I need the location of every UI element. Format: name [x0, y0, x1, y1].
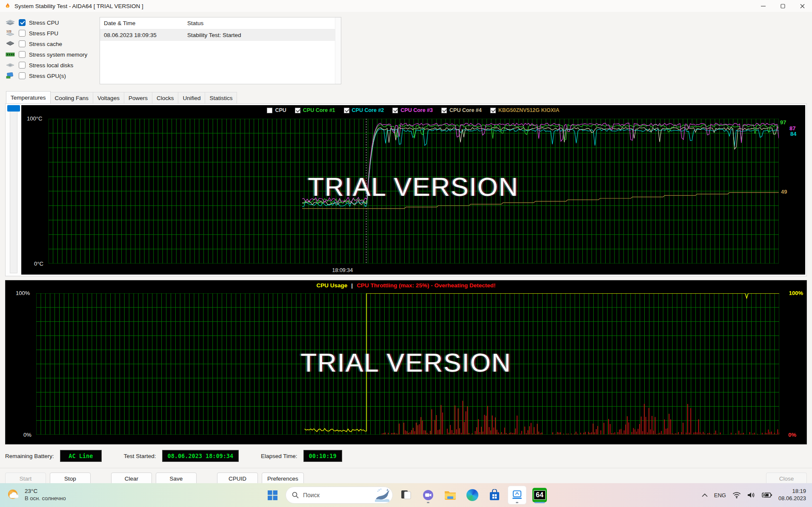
taskbar-center: Поиск	[263, 486, 549, 504]
stress-disks-label: Stress local disks	[29, 62, 73, 69]
stress-memory-checkbox[interactable]	[19, 51, 26, 58]
current-value-84: 84	[790, 131, 796, 137]
stress-cache-checkbox[interactable]	[19, 40, 26, 47]
stress-memory-option[interactable]: Stress system memory	[5, 51, 94, 58]
event-status: Stability Test: Started	[186, 32, 341, 38]
table-scrollbar[interactable]	[335, 17, 341, 84]
tab-voltages[interactable]: Voltages	[93, 92, 124, 103]
stress-fpu-label: Stress FPU	[29, 30, 58, 37]
legend-core4-checkbox[interactable]	[441, 108, 447, 113]
cache-icon	[5, 40, 15, 48]
status-bar: Remaining Battery: AC Line Test Started:…	[5, 450, 807, 462]
clock[interactable]: 18:19 08.06.2023	[778, 488, 806, 502]
file-explorer-button[interactable]	[441, 486, 459, 504]
legend-core3-checkbox[interactable]	[392, 108, 398, 113]
current-value-87: 87	[789, 126, 795, 131]
weather-temperature: 23°C	[25, 488, 66, 495]
maximize-button[interactable]	[773, 0, 792, 12]
task-view-button[interactable]	[397, 486, 415, 504]
legend-core1-checkbox[interactable]	[295, 108, 300, 113]
legend-cpu-core-4[interactable]: CPU Core #4	[441, 107, 482, 113]
minimize-icon	[761, 4, 766, 9]
legend-kioxia-ssd[interactable]: KBG50ZNV512G KIOXIA	[490, 107, 560, 113]
cpu-usage-label: CPU Usage	[317, 282, 348, 289]
weather-widget[interactable]: 23°C В осн. солнечно	[0, 488, 66, 502]
legend-core2-checkbox[interactable]	[344, 108, 349, 113]
window-title: System Stability Test - AIDA64 [ TRIAL V…	[14, 3, 143, 9]
temperature-legend: CPU CPU Core #1 CPU Core #2 CPU Core #3 …	[21, 107, 805, 113]
stress-cpu-label: Stress CPU	[29, 20, 59, 26]
stress-cpu-option[interactable]: Stress CPU	[5, 19, 94, 26]
cpu-usage-chart-panel: CPU Usage | CPU Throttling (max: 25%) - …	[5, 280, 807, 444]
volume-icon[interactable]	[747, 492, 755, 498]
temperature-chart-panel: CPU CPU Core #1 CPU Core #2 CPU Core #3 …	[5, 103, 807, 276]
legend-cpu-core-1[interactable]: CPU Core #1	[295, 107, 335, 113]
tab-temperatures[interactable]: Temperatures	[6, 91, 51, 103]
stress-gpu-checkbox[interactable]	[19, 72, 26, 79]
weather-description: В осн. солнечно	[25, 495, 66, 502]
legend-cpu-label: CPU	[275, 107, 286, 113]
tab-cooling-fans[interactable]: Cooling Fans	[50, 92, 94, 103]
gpu-icon	[5, 72, 15, 80]
event-log-header: Date & Time Status	[100, 17, 341, 29]
stress-cache-option[interactable]: Stress cache	[5, 40, 94, 48]
stress-gpu-option[interactable]: Stress GPU(s)	[5, 72, 94, 80]
search-highlight-whale-image	[374, 488, 390, 502]
wifi-icon[interactable]	[732, 492, 741, 498]
event-log-table[interactable]: Date & Time Status 08.06.2023 18:09:35 S…	[100, 17, 341, 84]
tray-chevron-up-icon[interactable]	[702, 493, 708, 497]
stress-disks-option[interactable]: Stress local disks	[5, 61, 94, 69]
start-button-windows[interactable]	[263, 486, 281, 504]
column-date-time: Date & Time	[100, 20, 186, 26]
legend-cpu-core-2[interactable]: CPU Core #2	[344, 107, 384, 113]
tab-powers[interactable]: Powers	[124, 92, 152, 103]
battery-label: Remaining Battery:	[5, 453, 54, 459]
chat-button[interactable]	[419, 486, 437, 504]
stress-fpu-checkbox[interactable]	[19, 30, 26, 37]
maximize-icon	[781, 4, 785, 9]
benchmark-app-icon	[512, 490, 523, 500]
usage-y-max-label: 100%	[16, 290, 30, 296]
stress-options-list: Stress CPU 123 Stress FPU Stress cache	[5, 17, 94, 86]
legend-kioxia-checkbox[interactable]	[490, 108, 496, 113]
active-window-indicator	[535, 502, 545, 503]
legend-cpu-core-3[interactable]: CPU Core #3	[392, 107, 433, 113]
stress-fpu-option[interactable]: 123 Stress FPU	[5, 29, 94, 37]
battery-charging-icon[interactable]	[762, 492, 772, 498]
y-axis-min-label: 0°C	[34, 261, 43, 267]
close-icon	[800, 4, 805, 9]
edge-browser-button[interactable]	[463, 486, 481, 504]
stress-gpu-label: Stress GPU(s)	[29, 73, 66, 79]
throttle-current-value: 0%	[788, 432, 796, 438]
chart-tabs: Temperatures Cooling Fans Voltages Power…	[5, 92, 807, 103]
tab-unified[interactable]: Unified	[178, 92, 205, 103]
weather-sun-cloud-icon	[6, 488, 20, 502]
trial-watermark: TRIAL VERSION	[300, 347, 512, 378]
minimize-button[interactable]	[753, 0, 773, 12]
running-indicator	[516, 502, 518, 503]
stress-disks-checkbox[interactable]	[19, 62, 26, 69]
legend-cpu-checkbox[interactable]	[267, 108, 272, 113]
benchmark-app-button[interactable]	[508, 486, 526, 504]
table-row[interactable]: 08.06.2023 18:09:35 Stability Test: Star…	[100, 29, 341, 41]
aida64-app-button[interactable]: 64	[531, 486, 549, 504]
store-bag-icon	[489, 489, 500, 501]
close-button[interactable]	[792, 0, 812, 12]
stress-cpu-checkbox[interactable]	[19, 19, 26, 26]
slider-handle[interactable]	[7, 105, 20, 112]
taskbar: 23°C В осн. солнечно Поиск	[0, 483, 812, 507]
current-value-49: 49	[781, 189, 787, 195]
chart-scale-slider[interactable]	[7, 105, 20, 275]
search-box[interactable]: Поиск	[286, 487, 393, 504]
slider-track[interactable]	[10, 106, 17, 273]
legend-cpu[interactable]: CPU	[267, 107, 286, 113]
tab-statistics[interactable]: Statistics	[205, 92, 237, 103]
aida64-icon: 64	[532, 488, 547, 502]
tab-clocks[interactable]: Clocks	[152, 92, 179, 103]
microsoft-store-button[interactable]	[486, 486, 503, 504]
header-separator: |	[351, 282, 353, 289]
legend-kioxia-label: KBG50ZNV512G KIOXIA	[498, 107, 560, 113]
legend-core4-label: CPU Core #4	[449, 107, 482, 113]
elapsed-time-label: Elapsed Time:	[261, 453, 297, 459]
input-language-indicator[interactable]: ENG	[714, 492, 726, 498]
